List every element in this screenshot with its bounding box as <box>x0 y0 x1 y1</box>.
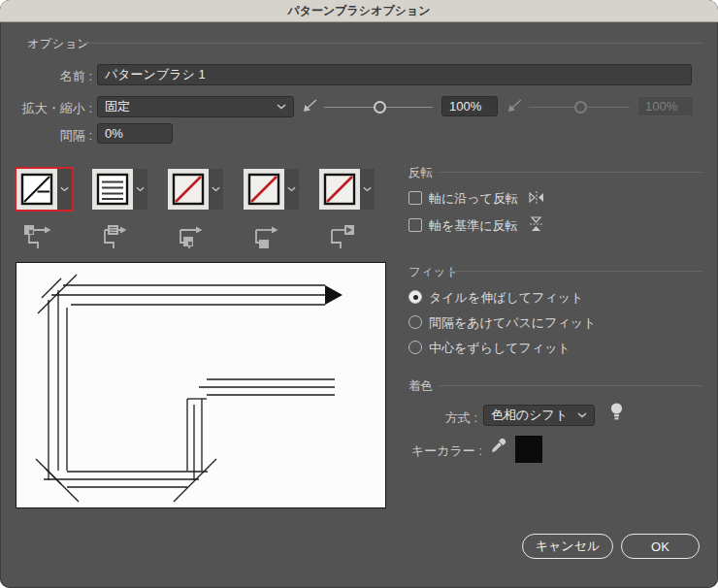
fit-add-space-radio[interactable] <box>408 315 422 329</box>
scale-secondary-value: 100% <box>645 99 677 114</box>
chevron-down-icon <box>287 186 296 192</box>
name-input[interactable]: パターンブラシ 1 <box>97 64 692 85</box>
scale-label: 拡大・縮小 : <box>8 100 92 117</box>
outer-corner-tile-thumbnail[interactable] <box>16 169 57 210</box>
outer-corner-tile-menu-button[interactable] <box>57 169 72 210</box>
end-tile-menu-button[interactable] <box>360 169 375 210</box>
flip-along-icon <box>527 190 546 209</box>
pattern-brush-options-dialog: パターンブラシオプション オプション 名前 : パターンブラシ 1 拡大・縮小 … <box>0 0 718 588</box>
side-tile-button[interactable] <box>92 169 147 210</box>
chevron-down-icon <box>136 186 145 192</box>
side-tile-menu-button[interactable] <box>133 169 147 210</box>
inner-corner-tile-thumbnail[interactable] <box>168 169 209 210</box>
fit-approximate-radio[interactable] <box>408 341 422 354</box>
scale-mode-value: 固定 <box>105 98 130 115</box>
spacing-value: 0% <box>105 126 123 141</box>
spacing-label: 間隔 : <box>19 127 92 145</box>
dialog-titlebar: パターンブラシオプション <box>0 0 718 22</box>
start-tile-menu-button[interactable] <box>284 169 299 210</box>
start-tile-thumbnail[interactable] <box>244 169 284 210</box>
flip-section-label: 反転 <box>408 165 433 181</box>
key-color-label: キーカラー : <box>401 442 482 460</box>
side-position-icon <box>96 222 129 255</box>
ok-button[interactable]: OK <box>621 534 700 559</box>
outer-corner-position-icon <box>20 222 53 255</box>
flip-across-label[interactable]: 軸を基準に反転 <box>429 217 518 235</box>
chevron-down-icon <box>363 186 372 192</box>
flip-along-label[interactable]: 軸に沿って反転 <box>429 190 518 208</box>
fit-stretch-radio[interactable] <box>408 290 422 304</box>
fit-approximate-label[interactable]: 中心をずらしてフィット <box>429 340 571 357</box>
colorize-section-divider <box>439 385 702 386</box>
scale-value-input[interactable]: 100% <box>441 96 498 116</box>
colorize-method-dropdown[interactable]: 色相のシフト <box>483 405 595 426</box>
chevron-down-icon <box>277 104 286 110</box>
scale-mode-dropdown[interactable]: 固定 <box>97 96 294 117</box>
brush-preview-drawing <box>16 263 385 507</box>
dialog-title: パターンブラシオプション <box>287 3 430 19</box>
scale-value: 100% <box>449 99 481 114</box>
flip-across-checkbox[interactable] <box>408 218 422 232</box>
end-tile-button[interactable] <box>319 169 375 210</box>
scale-slider-handle[interactable] <box>374 101 386 114</box>
fit-add-space-label[interactable]: 間隔をあけてパスにフィット <box>429 314 596 332</box>
colorize-tips-lightbulb-icon <box>609 402 624 427</box>
chevron-down-icon <box>577 412 587 418</box>
chevron-down-icon <box>60 186 69 192</box>
scale-variation-secondary-icon <box>506 97 524 117</box>
end-position-icon <box>323 222 356 255</box>
flip-across-icon <box>529 214 543 238</box>
scale-variation-icon <box>302 97 319 117</box>
spacing-input[interactable]: 0% <box>97 123 173 144</box>
eyedropper-icon[interactable] <box>490 437 507 458</box>
inner-corner-tile-button[interactable] <box>168 169 223 210</box>
start-position-icon <box>247 222 280 255</box>
name-value: パターンブラシ 1 <box>105 66 206 83</box>
end-tile-thumbnail[interactable] <box>319 169 360 210</box>
scale-secondary-value-input: 100% <box>637 96 694 116</box>
colorize-section-label: 着色 <box>408 378 433 395</box>
inner-corner-position-icon <box>172 222 205 255</box>
start-tile-button[interactable] <box>244 169 299 210</box>
colorize-method-label: 方式 : <box>417 409 477 427</box>
fit-section-divider <box>448 271 702 272</box>
fit-stretch-label[interactable]: タイルを伸ばしてフィット <box>429 289 583 307</box>
name-label: 名前 : <box>19 68 92 85</box>
fit-section-label: フィット <box>408 264 458 280</box>
options-section-divider <box>80 43 702 44</box>
brush-preview <box>16 262 386 508</box>
outer-corner-tile-button[interactable] <box>16 169 72 210</box>
chevron-down-icon <box>212 186 220 192</box>
key-color-swatch[interactable] <box>515 436 542 463</box>
colorize-method-value: 色相のシフト <box>491 407 568 424</box>
options-section-label: オプション <box>27 36 89 52</box>
side-tile-thumbnail[interactable] <box>92 169 133 210</box>
scale-slider-secondary-handle <box>574 101 587 114</box>
flip-section-divider <box>439 172 702 173</box>
flip-along-checkbox[interactable] <box>408 191 422 205</box>
cancel-button[interactable]: キャンセル <box>522 534 613 559</box>
inner-corner-tile-menu-button[interactable] <box>209 169 223 210</box>
